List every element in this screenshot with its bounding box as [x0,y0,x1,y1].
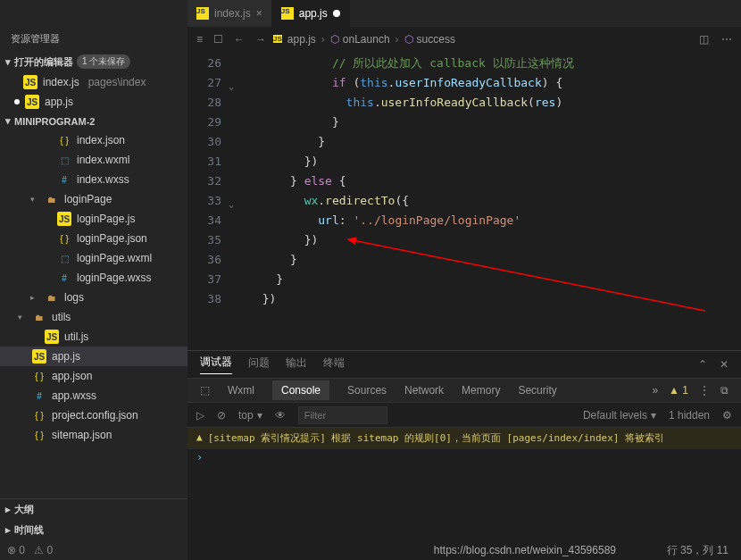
chevron-up-icon[interactable]: ⌃ [698,358,707,371]
back-icon[interactable]: ← [234,33,245,46]
wxml-file-icon: ⬚ [57,153,71,167]
more-icon[interactable]: ⋯ [721,33,732,46]
breadcrumb-file[interactable]: app.js [287,33,316,46]
context-select[interactable]: top ▾ [238,409,262,422]
tree-item[interactable]: { }project.config.json [0,405,187,425]
tab-app.js[interactable]: JSapp.js [272,0,350,27]
outline-header[interactable]: ▸ 大纲 [0,499,187,520]
tree-item[interactable]: #app.wxss [0,386,187,405]
chevron-icon: ▸ [30,293,39,302]
tree-item[interactable]: ▾🖿utils [0,307,187,327]
filter-input[interactable] [298,406,387,424]
sidebar: 资源管理器 ▾ 打开的编辑器 1 个未保存 JSindex.jspages\in… [0,27,187,560]
clear-icon[interactable]: ⊘ [217,409,226,422]
js-file-icon: JS [273,35,282,43]
json-file-icon: { } [32,428,46,442]
outline-label: 大纲 [14,503,34,516]
bottom-panel: 调试器问题输出终端⌃✕ ⬚WxmlConsoleSourcesNetworkMe… [187,350,741,560]
wxss-file-icon: # [57,172,71,187]
timeline-header[interactable]: ▸ 时间线 [0,520,187,540]
tree-item[interactable]: ⬚index.wxml [0,150,187,170]
warning-badge[interactable]: ▲ 1 [669,384,688,397]
devtools-tab-console[interactable]: Console [272,380,329,400]
close-icon[interactable]: × [256,7,262,20]
levels-select[interactable]: Default levels ▾ [583,409,656,422]
unsaved-badge: 1 个未保存 [77,54,130,69]
tree-item[interactable]: JSutil.js [0,327,187,347]
panel-tabs: 调试器问题输出终端⌃✕ [187,351,741,378]
bookmark-icon[interactable]: ☐ [213,33,223,46]
sidebar-title: 资源管理器 [0,27,187,51]
js-file-icon: JS [57,212,71,226]
forward-icon[interactable]: → [255,33,266,46]
tree-item[interactable]: ▾🖿loginPage [0,189,187,209]
statusbar: 行 35，列 11 [654,540,741,560]
inspect-icon[interactable]: ⬚ [200,384,210,397]
tree-item[interactable]: { }sitemap.json [0,425,187,445]
play-icon[interactable]: ▷ [196,409,204,422]
devtools-tabs: ⬚WxmlConsoleSourcesNetworkMemorySecurity… [187,378,741,403]
chevron-down-icon: ▾ [5,56,11,68]
method-icon: ⬡ [404,33,413,46]
error-count[interactable]: ⊗ 0 [7,544,25,556]
list-icon[interactable]: ≡ [196,33,203,46]
breadcrumb-seg[interactable]: onLaunch [343,33,390,46]
tree-item[interactable]: JSloginPage.js [0,209,187,229]
project-name: MINIPROGRAM-2 [14,116,95,127]
wxss-file-icon: # [32,389,46,403]
json-file-icon: { } [57,133,71,147]
tab-index.js[interactable]: JSindex.js× [187,0,272,27]
open-editor-item[interactable]: JSapp.js [0,92,187,112]
folder-icon: 🖿 [32,310,46,324]
gear-icon[interactable]: ⚙ [722,409,732,422]
dirty-indicator [333,10,340,17]
open-editor-item[interactable]: JSindex.jspages\index [0,72,187,92]
chevron-right-icon: ▸ [5,524,11,536]
dock-icon[interactable]: ⧉ [720,384,729,397]
tree-item[interactable]: ▸🖿logs [0,288,187,307]
json-file-icon: { } [32,408,46,422]
close-icon[interactable]: ✕ [720,358,729,371]
split-icon[interactable]: ◫ [699,33,709,46]
panel-tab[interactable]: 终端 [323,355,345,374]
sidebar-status: ⊗ 0 ⚠ 0 [0,540,187,560]
editor-area: ≡ ☐ ← → JS app.js › ⬡onLaunch › ⬡success… [187,27,741,560]
code-editor[interactable]: 2627⌄282930313233⌄3435363738 // 所以此处加入 c… [187,52,741,350]
js-file-icon: JS [281,7,294,20]
project-header[interactable]: ▾ MINIPROGRAM-2 [0,112,187,130]
timeline-label: 时间线 [14,523,44,537]
warning-count[interactable]: ⚠ 0 [34,544,53,556]
dirty-dot [14,99,20,104]
panel-tab[interactable]: 输出 [286,355,307,374]
tree-item[interactable]: { }app.json [0,366,187,386]
devtools-tab-wxml[interactable]: Wxml [228,384,254,397]
devtools-tab-memory[interactable]: Memory [462,384,500,397]
console-warning[interactable]: ▲ [sitemap 索引情况提示] 根据 sitemap 的规则[0]，当前页… [187,428,741,449]
tree-item[interactable]: #index.wxss [0,170,187,189]
warning-icon: ▲ [196,431,203,445]
breadcrumb-seg[interactable]: success [417,33,455,46]
eye-icon[interactable]: 👁 [275,409,286,422]
devtools-tab-sources[interactable]: Sources [347,384,387,397]
tree-item[interactable]: { }index.json [0,130,187,150]
console-prompt[interactable]: › [187,449,741,465]
chevron-right-icon: ▸ [5,504,11,515]
js-file-icon: JS [23,75,37,89]
tree-item[interactable]: ⬚loginPage.wxml [0,248,187,268]
more-tabs-icon[interactable]: » [652,384,658,397]
panel-tab[interactable]: 问题 [248,355,270,374]
cursor-position[interactable]: 行 35，列 11 [667,543,729,558]
watermark: https://blog.csdn.net/weixin_43596589 [434,544,616,556]
js-file-icon: JS [45,330,59,344]
hidden-count[interactable]: 1 hidden [669,409,710,422]
tree-item[interactable]: #loginPage.wxss [0,268,187,288]
kebab-icon[interactable]: ⋮ [699,384,710,397]
devtools-tab-security[interactable]: Security [518,384,556,397]
open-editors-header[interactable]: ▾ 打开的编辑器 1 个未保存 [0,51,187,72]
tree-item[interactable]: { }loginPage.json [0,229,187,248]
devtools-tab-network[interactable]: Network [404,384,444,397]
folder-icon: 🖿 [45,192,59,206]
tree-item[interactable]: JSapp.js [0,347,187,366]
panel-tab[interactable]: 调试器 [200,355,232,374]
editor-tabs: JSindex.js×JSapp.js [0,0,741,27]
